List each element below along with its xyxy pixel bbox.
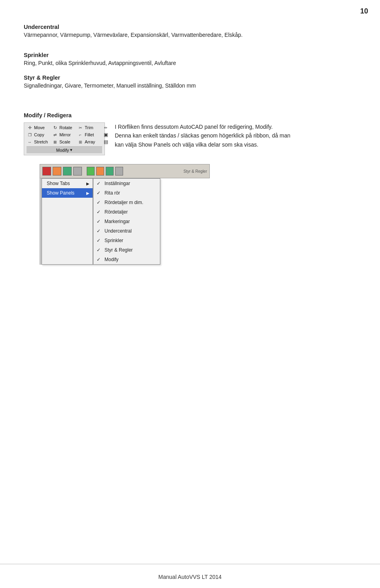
menu-item-markeringar[interactable]: ✓ Markeringar [93,217,160,226]
panel-label-scale: Scale [59,139,70,144]
panel-item-rotate: Rotate [52,124,76,131]
menu-item-sprinkler[interactable]: ✓ Sprinkler [93,236,160,245]
check-installningar: ✓ [97,181,101,186]
styr-body: Signalledningar, Givare, Termometer, Man… [24,82,356,90]
check-rordetaljer: ✓ [97,209,101,215]
modify-description: I Rörfliken finns dessutom AutoCAD panel… [115,122,356,149]
copy-icon [27,132,33,138]
label-styr: Styr & Regler [104,247,133,253]
edit-icon [103,124,109,131]
label-rita-ror: Rita rör [104,190,120,196]
menu-item-rita-ror[interactable]: ✓ Rita rör [93,188,160,198]
panel-label-rotate: Rotate [59,125,72,130]
trim-icon [77,124,84,131]
styr-regler-label: Styr & Regler [184,169,207,174]
menu-popup-2: ✓ Inställningar ✓ Rita rör ✓ Rördetaljer… [93,178,160,265]
panel-item-stretch: Stretch [27,139,50,145]
toolbar-btn-g [106,167,114,176]
menu-popup-1: Show Tabs ▶ Show Panels ▶ [42,178,93,265]
label-installningar: Inställningar [104,181,130,186]
panel-label-trim: Trim [85,125,93,130]
modify-panel: Move Rotate Trim [24,122,107,155]
panel-dropdown-arrow: ▾ [70,147,72,153]
extra2-icon: ▤ [103,139,109,145]
modify-desc-line1: I Rörfliken finns dessutom AutoCAD panel… [115,122,356,131]
sprinkler-body: Ring, Punkt, olika Sprinklerhuvud, Avtap… [24,59,356,67]
toolbar-btn-t [87,167,95,176]
modify-panel-label: Modify [56,148,69,153]
label-undercentral: Undercentral [104,228,132,234]
modify-title: Modify / Redigera [24,112,356,118]
fillet-icon [77,132,84,138]
check-sprinkler: ✓ [97,238,101,243]
toolbar-btn-3 [63,167,72,176]
label-sprinkler: Sprinkler [104,238,123,243]
label-rordetaljer-dim: Rördetaljer m dim. [104,200,143,205]
panel-item-mirror: Mirror [52,132,76,138]
sprinkler-section: Sprinkler Ring, Punkt, olika Sprinklerhu… [24,52,356,67]
check-styr: ✓ [97,247,101,253]
undercentral-title: Undercentral [24,24,356,30]
sprinkler-title: Sprinkler [24,52,356,58]
panel-bottom-label: Modify ▾ [27,146,102,153]
styr-title: Styr & Regler [24,74,356,81]
panel-item-array: Array [77,139,101,145]
context-menu-screenshot: Styr & Regler Show Tabs ▶ Show Panels ▶ [40,164,210,265]
scale-icon [52,139,58,145]
check-modify: ✓ [97,257,101,262]
move-icon [27,124,33,131]
check-undercentral: ✓ [97,228,101,234]
toolbar-btn-g2 [115,167,123,176]
panel-label-stretch: Stretch [34,139,48,144]
styr-section: Styr & Regler Signalledningar, Givare, T… [24,74,356,90]
menu-item-show-tabs[interactable]: Show Tabs ▶ [42,179,93,188]
rotate-icon [52,124,58,131]
panel-item-copy: Copy [27,132,50,138]
label-rordetaljer: Rördetaljer [104,209,128,215]
toolbar-btn-1 [42,167,51,176]
menu-item-installningar[interactable]: ✓ Inställningar [93,179,160,188]
toolbar-strip: Styr & Regler [40,164,210,178]
check-markeringar: ✓ [97,219,101,224]
label-markeringar: Markeringar [104,219,130,224]
extra1-icon: ▣ [103,132,109,138]
panel-label-copy: Copy [34,132,44,137]
modify-section: Modify / Redigera Move Rotate [24,112,356,265]
mirror-icon [52,132,58,138]
menu-item-show-panels-label: Show Panels [47,190,74,196]
undercentral-body: Värmepannor, Värmepump, Värmeväxlare, Ex… [24,31,356,39]
panel-label-move: Move [34,125,45,130]
stretch-icon [27,139,33,145]
modify-desc-line3: kan välja Show Panels och välja vilka de… [115,140,356,149]
show-tabs-arrow: ▶ [86,181,89,186]
panel-item-trim: Trim [77,124,101,131]
toolbar-btn-2 [53,167,61,176]
panel-item-move: Move [27,124,50,131]
context-menu-area: Show Tabs ▶ Show Panels ▶ ✓ Inställninga… [40,178,210,265]
menu-item-styr[interactable]: ✓ Styr & Regler [93,245,160,255]
menu-item-modify[interactable]: ✓ Modify [93,255,160,264]
check-rita-ror: ✓ [97,190,101,196]
menu-item-show-tabs-label: Show Tabs [47,181,70,186]
check-rordetaljer-dim: ✓ [97,200,101,205]
panel-label-mirror: Mirror [59,132,71,137]
menu-item-show-panels[interactable]: Show Panels ▶ [42,188,93,198]
undercentral-section: Undercentral Värmepannor, Värmepump, Vär… [24,24,356,39]
panel-item-fillet: Fillet [77,132,101,138]
menu-item-rordetaljer[interactable]: ✓ Rördetaljer [93,207,160,217]
panel-label-fillet: Fillet [85,132,94,137]
panel-label-array: Array [85,139,95,144]
menu-filler [42,198,93,241]
label-modify: Modify [104,257,118,262]
menu-item-rordetaljer-dim[interactable]: ✓ Rördetaljer m dim. [93,198,160,207]
array-icon [77,139,84,145]
menu-item-undercentral[interactable]: ✓ Undercentral [93,226,160,236]
footer-line [0,564,380,564]
show-panels-arrow: ▶ [86,191,89,195]
footer-text: Manual AutoVVS LT 2014 [0,574,380,580]
toolbar-btn-o [96,167,104,176]
panel-item-scale: Scale [52,139,76,145]
modify-desc-line2: Denna kan enkelt tändas / släckas genom … [115,131,356,140]
toolbar-btn-4 [73,167,82,176]
page-number: 10 [360,7,368,15]
